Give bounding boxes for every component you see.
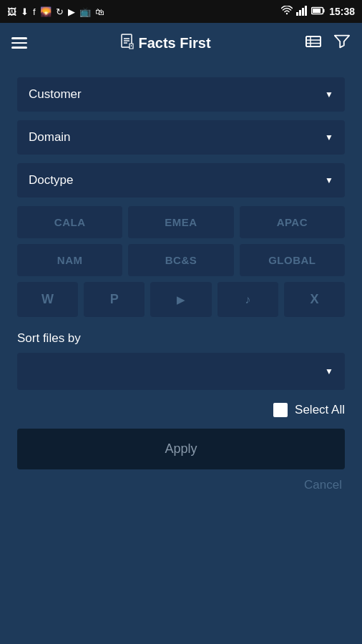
- svg-rect-4: [305, 6, 307, 16]
- facebook-icon: f: [33, 6, 36, 17]
- doc-icon: [121, 34, 134, 53]
- customer-dropdown-arrow: ▼: [325, 89, 333, 99]
- type-x-button[interactable]: X: [284, 282, 345, 317]
- doctype-label: Doctype: [29, 173, 73, 187]
- app-title: Facts First: [121, 34, 210, 53]
- domain-dropdown[interactable]: Domain ▼: [17, 120, 345, 155]
- shopping-icon: 🛍: [95, 6, 104, 17]
- cancel-row: Cancel: [17, 478, 345, 492]
- list-view-icon[interactable]: [305, 33, 322, 53]
- tv-icon: 📺: [79, 6, 91, 17]
- svg-rect-2: [299, 10, 301, 16]
- svg-rect-6: [313, 9, 321, 13]
- top-bar-actions: [305, 33, 351, 53]
- apply-button[interactable]: Apply: [17, 429, 345, 469]
- select-all-checkbox[interactable]: [273, 403, 288, 417]
- battery-icon: [311, 6, 326, 17]
- domain-dropdown-arrow: ▼: [325, 132, 333, 142]
- sort-dropdown[interactable]: ▼: [17, 353, 345, 390]
- filter-icon[interactable]: [333, 33, 351, 53]
- main-content: Customer ▼ Domain ▼ Doctype ▼ CALA EMEA …: [0, 63, 362, 644]
- type-p-button[interactable]: P: [84, 282, 145, 317]
- hamburger-menu-button[interactable]: [11, 37, 27, 49]
- app-name: Facts First: [138, 35, 210, 52]
- cancel-button[interactable]: Cancel: [304, 478, 342, 492]
- region-nam[interactable]: NAM: [17, 244, 122, 276]
- video-icon: ▶: [68, 6, 75, 17]
- doctype-dropdown[interactable]: Doctype ▼: [17, 163, 345, 197]
- type-w-button[interactable]: W: [17, 282, 78, 317]
- download-icon: ⬇: [21, 6, 29, 17]
- region-apac[interactable]: APAC: [240, 206, 345, 238]
- status-icons-right: 15:38: [281, 6, 355, 18]
- select-all-row: Select All: [17, 403, 345, 417]
- sort-dropdown-arrow: ▼: [325, 366, 333, 376]
- region-global[interactable]: GLOBAL: [240, 244, 345, 276]
- svg-rect-3: [302, 8, 304, 16]
- domain-label: Domain: [29, 130, 71, 145]
- refresh-icon: ↻: [56, 6, 64, 17]
- svg-point-0: [286, 12, 288, 14]
- region-cala[interactable]: CALA: [17, 206, 122, 238]
- customer-label: Customer: [29, 87, 82, 102]
- photo-icon: 🌄: [40, 6, 52, 17]
- doctype-dropdown-arrow: ▼: [325, 175, 333, 185]
- customer-dropdown[interactable]: Customer ▼: [17, 77, 345, 112]
- status-time: 15:38: [329, 6, 355, 17]
- status-bar: 🖼 ⬇ f 🌄 ↻ ▶ 📺 🛍 15:38: [0, 0, 362, 23]
- type-icon-grid: W P ▶ ♪ X: [17, 282, 345, 317]
- top-bar: Facts First: [0, 23, 362, 63]
- wifi-icon: [281, 6, 293, 18]
- region-emea[interactable]: EMEA: [128, 206, 233, 238]
- select-all-label: Select All: [295, 403, 345, 417]
- type-music-button[interactable]: ♪: [217, 282, 278, 317]
- region-bcs[interactable]: BC&S: [128, 244, 233, 276]
- svg-rect-1: [296, 12, 298, 16]
- sort-label: Sort files by: [17, 331, 345, 346]
- image-icon: 🖼: [7, 6, 16, 17]
- type-play-button[interactable]: ▶: [150, 282, 211, 317]
- status-icons-left: 🖼 ⬇ f 🌄 ↻ ▶ 📺 🛍: [7, 6, 104, 17]
- signal-icon: [296, 6, 308, 18]
- region-grid: CALA EMEA APAC NAM BC&S GLOBAL: [17, 206, 345, 276]
